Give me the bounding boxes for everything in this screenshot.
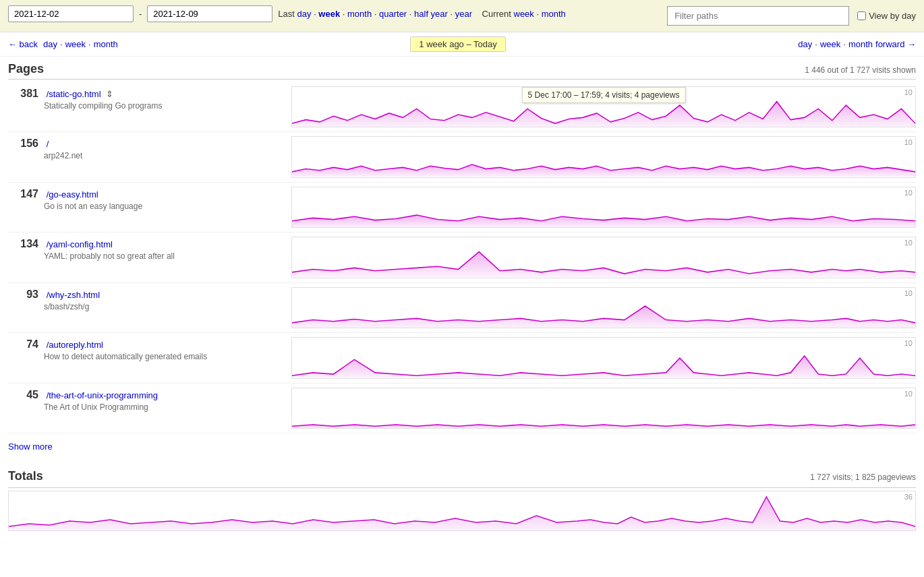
page-link[interactable]: /	[47, 139, 49, 149]
last-day-link[interactable]: day	[297, 9, 312, 19]
chart-max: 10	[904, 339, 913, 347]
totals-chart-max: 36	[904, 493, 913, 501]
page-link[interactable]: /go-easy.html	[47, 189, 98, 200]
tooltip-box: 5 Dec 17:00 – 17:59; 4 visits; 4 pagevie…	[522, 87, 686, 103]
table-row: 147 /go-easy.html Go is not an easy lang…	[8, 183, 916, 233]
page-link[interactable]: /static-go.html	[47, 89, 101, 99]
sparkline-svg	[292, 137, 915, 177]
sparkline-svg	[292, 338, 915, 377]
page-desc: YAML: probably not so great after all	[44, 251, 286, 261]
page-count: 134	[8, 238, 38, 250]
last-links: Last day · week · month · quarter · half…	[278, 9, 566, 19]
chart-max: 10	[904, 138, 913, 146]
page-chart: 10	[291, 136, 916, 177]
page-chart: 10	[291, 187, 916, 228]
page-desc: s/bash/zsh/g	[44, 302, 286, 311]
page-link[interactable]: /why-zsh.html	[47, 290, 100, 300]
view-by-day-text: View by day	[869, 11, 916, 21]
date-start-input[interactable]	[8, 5, 134, 22]
chart-max: 10	[904, 88, 913, 96]
page-desc: arp242.net	[44, 151, 286, 160]
top-bar: - Last day · week · month · quarter · ha…	[0, 0, 924, 32]
chart-max: 10	[904, 390, 913, 398]
page-info: 381 /static-go.html ⇕ Statically compili…	[8, 82, 291, 131]
page-desc: Go is not an easy language	[44, 202, 286, 211]
last-quarter-link[interactable]: quarter	[379, 9, 407, 19]
last-year-link[interactable]: year	[455, 9, 472, 19]
page-info: 45 /the-art-of-unix-programming The Art …	[8, 384, 291, 433]
totals-sparkline	[9, 491, 915, 531]
page-count: 381	[8, 88, 38, 100]
pages-meta: 1 446 out of 1 727 visits shown	[805, 65, 916, 75]
current-month-link[interactable]: month	[542, 9, 566, 19]
filter-section: View by day	[667, 6, 916, 26]
pages-section: Pages 1 446 out of 1 727 visits shown 38…	[0, 57, 924, 460]
chart-max: 10	[904, 239, 913, 247]
page-desc: Statically compiling Go programs	[44, 101, 286, 111]
back-link[interactable]: ← back	[8, 39, 38, 49]
last-label: Last	[278, 9, 295, 19]
table-row: 156 / arp242.net 10	[8, 132, 916, 182]
page-link[interactable]: /the-art-of-unix-programming	[47, 390, 158, 400]
pages-title: Pages	[8, 62, 44, 76]
last-halfyear-link[interactable]: half year	[414, 9, 448, 19]
filter-paths-input[interactable]	[667, 6, 849, 26]
page-info: 156 / arp242.net	[8, 132, 291, 181]
sparkline-svg	[292, 237, 915, 277]
sort-icon[interactable]: ⇕	[106, 89, 113, 99]
date-row: - Last day · week · month · quarter · ha…	[8, 5, 566, 22]
fwd-week-link[interactable]: week	[820, 39, 840, 49]
page-info: 134 /yaml-config.html YAML: probably not…	[8, 233, 291, 282]
period-label: 1 week ago – Today	[410, 36, 505, 52]
current-week-link[interactable]: week	[514, 9, 534, 19]
page-count: 74	[8, 338, 38, 351]
back-day-link[interactable]: day	[43, 39, 57, 49]
page-chart: 10	[291, 388, 916, 429]
page-info: 147 /go-easy.html Go is not an easy lang…	[8, 183, 291, 232]
totals-section: Totals 1 727 visits; 1 825 pageviews 36	[0, 465, 924, 531]
fwd-month-link[interactable]: month	[848, 39, 873, 49]
page-desc: The Art of Unix Programming	[44, 402, 286, 412]
sparkline-svg	[292, 187, 915, 227]
pages-header: Pages 1 446 out of 1 727 visits shown	[8, 57, 916, 80]
back-week-link[interactable]: week	[65, 39, 86, 49]
nav-right: day · week · month forward →	[798, 39, 916, 49]
table-row: 74 /autoreply.html How to detect automat…	[8, 333, 916, 383]
table-row: 93 /why-zsh.html s/bash/zsh/g 10	[8, 283, 916, 333]
page-count: 45	[8, 389, 38, 401]
current-label: Current	[482, 9, 511, 19]
sparkline-svg	[292, 388, 915, 428]
table-row: 381 /static-go.html ⇕ Statically compili…	[8, 82, 916, 132]
view-by-day-label[interactable]: View by day	[857, 11, 916, 21]
page-info: 74 /autoreply.html How to detect automat…	[8, 333, 291, 382]
view-by-day-checkbox[interactable]	[857, 11, 866, 20]
forward-link[interactable]: forward →	[875, 39, 916, 49]
nav-row: ← back day · week · month 1 week ago – T…	[0, 32, 924, 57]
show-more-link[interactable]: Show more	[8, 436, 53, 457]
page-chart: 10	[291, 287, 916, 328]
page-chart: 10 5 Dec 17:00 – 17:59; 4 visits; 4 page…	[291, 86, 916, 127]
sparkline-svg	[292, 288, 915, 328]
last-month-link[interactable]: month	[347, 9, 372, 19]
table-row: 134 /yaml-config.html YAML: probably not…	[8, 233, 916, 282]
page-count: 93	[8, 288, 38, 301]
totals-title: Totals	[8, 469, 43, 483]
table-row: 45 /the-art-of-unix-programming The Art …	[8, 384, 916, 433]
totals-chart: 36	[8, 491, 916, 531]
totals-header: Totals 1 727 visits; 1 825 pageviews	[8, 465, 916, 488]
back-month-link[interactable]: month	[94, 39, 118, 49]
chart-max: 10	[904, 189, 913, 197]
page-link[interactable]: /autoreply.html	[47, 340, 103, 350]
page-chart: 10	[291, 337, 916, 378]
show-more-row: Show more	[8, 433, 916, 460]
page-count: 147	[8, 188, 38, 200]
page-desc: How to detect automatically generated em…	[44, 352, 286, 361]
date-separator: -	[139, 9, 142, 19]
chart-max: 10	[904, 289, 913, 297]
page-chart: 10	[291, 237, 916, 278]
totals-meta: 1 727 visits; 1 825 pageviews	[810, 473, 916, 482]
date-end-input[interactable]	[147, 5, 272, 22]
last-week-link[interactable]: week	[318, 9, 340, 19]
fwd-day-link[interactable]: day	[798, 39, 812, 49]
page-link[interactable]: /yaml-config.html	[47, 239, 113, 249]
